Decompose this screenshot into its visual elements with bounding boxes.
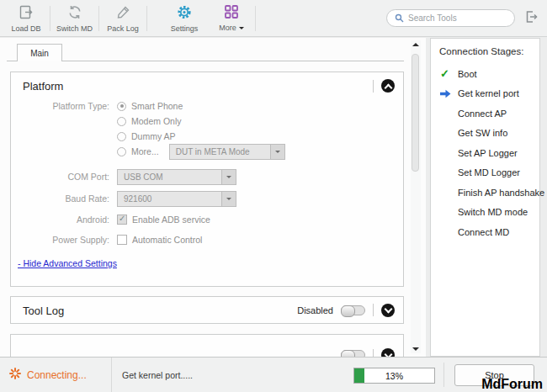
- tab-main[interactable]: Main: [17, 44, 62, 61]
- stage-label: Boot: [458, 69, 477, 79]
- stage-item-set-md-logger: Set MD Logger: [431, 163, 539, 183]
- tool-log-toggle[interactable]: [341, 305, 365, 315]
- stage-item-set-ap-logger: Set AP Logger: [431, 143, 539, 163]
- load-db-button[interactable]: Load DB: [5, 1, 47, 36]
- search-input[interactable]: [408, 13, 507, 23]
- platform-section-controls: [373, 79, 395, 93]
- progress-bar: 13%: [353, 368, 435, 384]
- radio-icon: [117, 147, 126, 156]
- android-row: Android: Enable ADB service: [11, 211, 210, 228]
- settings-label: Settings: [171, 24, 199, 33]
- stage-item-connect-ap: Connect AP: [431, 103, 539, 124]
- baud-rate-row: Baud Rate: 921600: [11, 190, 236, 207]
- stage-item-finish-ap-handshake: Finish AP handshake: [431, 183, 539, 203]
- baud-rate-dropdown[interactable]: 921600: [117, 191, 236, 207]
- collapse-up-icon[interactable]: [381, 79, 395, 93]
- radio-label: Modem Only: [131, 116, 182, 126]
- separator: [373, 349, 374, 358]
- tool-log-title: Tool Log: [23, 304, 64, 316]
- platform-type-label: Platform Type:: [11, 101, 117, 111]
- load-db-label: Load DB: [11, 24, 40, 33]
- power-supply-row: Power Supply: Automatic Control: [11, 231, 202, 248]
- stage-label: Connect MD: [458, 227, 509, 237]
- com-port-value: USB COM: [124, 172, 163, 182]
- search-box: [386, 9, 515, 27]
- toolbar: Load DB Switch MD Pack Log Settings: [0, 0, 547, 37]
- adb-checkbox[interactable]: [117, 215, 127, 225]
- platform-type-row: Modem Only: [11, 113, 182, 130]
- platform-section: Platform Platform Type: Smart Phone Mode…: [10, 72, 404, 287]
- stage-label: Finish AP handshake: [458, 188, 544, 198]
- dropdown-arrow-icon: [270, 145, 284, 159]
- progress-percent-label: 13%: [354, 368, 434, 383]
- android-label: Android:: [11, 215, 117, 225]
- scrollbar-thumb[interactable]: [412, 54, 419, 172]
- com-port-dropdown[interactable]: USB COM: [117, 169, 236, 185]
- grid-icon: [224, 4, 239, 23]
- toolbar-separator: [146, 6, 147, 31]
- toolbar-separator: [98, 6, 99, 31]
- radio-label: More...: [131, 146, 159, 156]
- power-supply-label: Power Supply:: [11, 235, 117, 245]
- expand-down-icon[interactable]: [381, 304, 395, 317]
- hide-advanced-settings-link[interactable]: - Hide Advanced Settings: [18, 258, 117, 268]
- pack-log-label: Pack Log: [107, 24, 139, 33]
- more-button[interactable]: More: [210, 1, 252, 36]
- stage-label: Connect AP: [458, 109, 507, 119]
- scroll-up-icon[interactable]: [412, 43, 419, 46]
- platform-type-row: Platform Type: Smart Phone: [11, 98, 183, 114]
- stage-item-get-sw-info: Get SW info: [431, 124, 539, 144]
- com-port-label: COM Port:: [11, 172, 117, 182]
- stage-current-arrow-icon: [440, 89, 458, 98]
- stage-label: Get SW info: [458, 128, 507, 138]
- main-content: Main Platform Platform Type: Smart Phone: [0, 38, 426, 357]
- tabstrip: Main: [7, 44, 404, 61]
- watermark-text: MdForum: [481, 377, 543, 392]
- radio-selected-icon: [117, 102, 126, 111]
- partial-section: [10, 334, 404, 357]
- stage-done-check-icon: ✓: [440, 68, 458, 79]
- stage-item-boot: ✓ Boot: [431, 64, 539, 84]
- radio-dummy-ap[interactable]: Dummy AP: [117, 131, 176, 141]
- radio-icon: [117, 132, 126, 141]
- more-label: More: [219, 24, 236, 32]
- search-icon: [395, 11, 404, 26]
- settings-button[interactable]: Settings: [163, 1, 205, 36]
- switch-md-button[interactable]: Switch MD: [53, 1, 96, 36]
- partial-section-toggle[interactable]: [341, 350, 365, 357]
- baud-rate-value: 921600: [124, 194, 151, 204]
- baud-rate-label: Baud Rate:: [11, 193, 117, 204]
- load-db-icon: [18, 4, 35, 24]
- exit-icon: [523, 9, 539, 28]
- connection-stages-title: Connection Stages:: [431, 46, 539, 56]
- power-supply-checkbox[interactable]: [117, 235, 127, 245]
- radio-modem-only[interactable]: Modem Only: [117, 116, 182, 126]
- pack-log-button[interactable]: Pack Log: [102, 1, 144, 36]
- toolbar-separator: [255, 6, 256, 31]
- dropdown-arrow-icon: [221, 192, 236, 206]
- platform-section-title: Platform: [23, 80, 63, 93]
- status-message: Get kernel port.....: [122, 358, 193, 392]
- tool-log-status: Disabled: [297, 305, 333, 315]
- separator: [373, 80, 374, 93]
- status-bar: Connecting... Get kernel port..... 13% S…: [0, 357, 547, 392]
- stage-label: Set AP Logger: [458, 148, 518, 158]
- dropdown-arrow-icon: [221, 170, 236, 184]
- radio-smart-phone[interactable]: Smart Phone: [117, 101, 183, 111]
- power-supply-checkbox-label: Automatic Control: [132, 235, 202, 245]
- exit-button[interactable]: [522, 10, 540, 27]
- adb-checkbox-label: Enable ADB service: [132, 215, 210, 225]
- chevron-down-icon: [239, 27, 244, 32]
- meta-mode-dropdown[interactable]: DUT in META Mode: [169, 144, 285, 160]
- stage-item-switch-md-mode: Switch MD mode: [431, 203, 539, 223]
- expand-down-icon[interactable]: [381, 348, 395, 357]
- stage-item-get-kernel-port: Get kernel port: [431, 84, 539, 104]
- radio-icon: [117, 117, 126, 126]
- meta-mode-value: DUT in META Mode: [176, 147, 250, 156]
- scroll-down-icon[interactable]: [412, 347, 419, 351]
- com-port-row: COM Port: USB COM: [11, 168, 236, 185]
- separator: [373, 304, 374, 316]
- radio-label: Dummy AP: [131, 131, 176, 141]
- radio-more[interactable]: More...: [117, 146, 159, 156]
- gear-icon: [176, 4, 193, 24]
